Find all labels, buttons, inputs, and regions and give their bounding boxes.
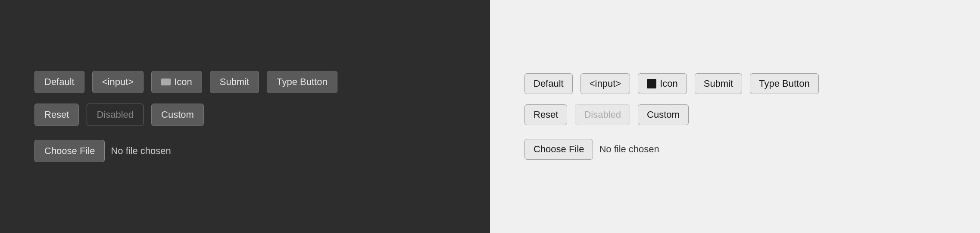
light-row-1: Default <input> Icon Submit Type Button — [524, 73, 819, 94]
dark-icon-button[interactable]: Icon — [151, 71, 202, 93]
light-disabled-button: Disabled — [575, 104, 630, 125]
dark-file-row: Choose File No file chosen — [34, 140, 171, 162]
dark-input-button[interactable]: <input> — [92, 71, 144, 93]
light-choose-file-button[interactable]: Choose File — [524, 139, 593, 160]
dark-no-file-text: No file chosen — [111, 145, 171, 157]
light-custom-button[interactable]: Custom — [638, 104, 689, 125]
light-panel: Default <input> Icon Submit Type Button … — [490, 0, 980, 233]
light-file-row: Choose File No file chosen — [524, 139, 659, 160]
light-submit-button[interactable]: Submit — [695, 73, 742, 94]
dark-reset-button[interactable]: Reset — [34, 104, 79, 126]
dark-row-2: Reset Disabled Custom — [34, 104, 204, 126]
light-input-button[interactable]: <input> — [581, 73, 630, 94]
light-icon-label: Icon — [660, 78, 678, 89]
dark-disabled-button: Disabled — [87, 104, 144, 126]
light-reset-button[interactable]: Reset — [524, 104, 567, 125]
dark-icon-label: Icon — [174, 76, 192, 88]
light-row-2: Reset Disabled Custom — [524, 104, 689, 125]
square-icon — [647, 79, 656, 88]
envelope-icon — [161, 79, 171, 85]
dark-submit-button[interactable]: Submit — [210, 71, 259, 93]
light-type-button[interactable]: Type Button — [750, 73, 818, 94]
dark-choose-file-button[interactable]: Choose File — [34, 140, 105, 162]
dark-type-button[interactable]: Type Button — [267, 71, 337, 93]
dark-custom-button[interactable]: Custom — [151, 104, 204, 126]
dark-panel: Default <input> Icon Submit Type Button … — [0, 0, 490, 233]
light-icon-button[interactable]: Icon — [638, 73, 687, 94]
dark-row-1: Default <input> Icon Submit Type Button — [34, 71, 337, 93]
light-default-button[interactable]: Default — [524, 73, 573, 94]
dark-default-button[interactable]: Default — [34, 71, 84, 93]
light-no-file-text: No file chosen — [599, 144, 659, 155]
